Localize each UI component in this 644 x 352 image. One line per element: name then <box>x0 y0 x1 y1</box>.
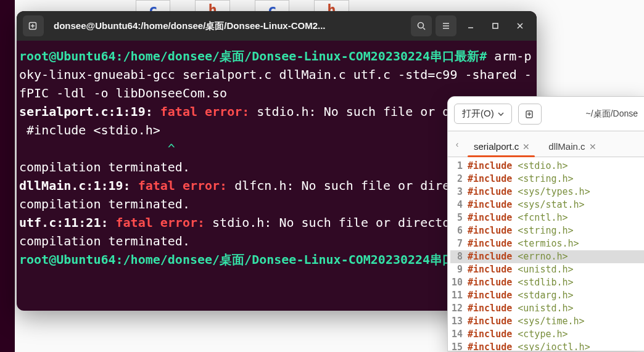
compilation-terminated: compilation terminated. <box>19 160 190 174</box>
prompt: root@Ubuntu64:/home/donsee/桌面/Donsee-Lin… <box>19 49 487 63</box>
minimize-button[interactable] <box>460 15 481 36</box>
include-keyword: #include <box>468 328 512 341</box>
tab-dllmain-c[interactable]: dllMain.c ✕ <box>539 136 605 157</box>
compilation-terminated: compilation terminated. <box>19 197 190 211</box>
editor-tabs: ‹ serialport.c ✕ dllMain.c ✕ <box>448 131 644 157</box>
line-number: 12 <box>450 302 468 315</box>
window-title: donsee@Ubuntu64:/home/donsee/桌面/Donsee-L… <box>49 20 401 32</box>
code-line[interactable]: 3#include <sys/types.h> <box>450 186 644 199</box>
code-line[interactable]: 5#include <fcntl.h> <box>450 211 644 224</box>
include-header: <string.h> <box>512 224 573 237</box>
close-icon[interactable]: ✕ <box>589 142 597 152</box>
include-header: <stdarg.h> <box>512 289 573 302</box>
dock-strip <box>0 0 15 352</box>
include-header: <sys/ioctl.h> <box>512 341 590 351</box>
include-header: <stdio.h> <box>512 160 568 173</box>
code-line[interactable]: 12#include <unistd.h> <box>450 302 644 315</box>
include-header: <ctype.h> <box>512 328 568 341</box>
code-line[interactable]: 1#include <stdio.h> <box>450 160 644 173</box>
error-location: dllMain.c:1:19: <box>19 178 131 193</box>
new-document-button[interactable] <box>518 104 542 125</box>
editor-window: 打开(O) ~/桌面/Donse ‹ serialport.c ✕ dllMai… <box>447 96 644 351</box>
line-number: 11 <box>450 289 468 302</box>
include-keyword: #include <box>468 224 512 237</box>
code-line[interactable]: 10#include <stdlib.h> <box>450 276 644 289</box>
error-caret: ^ <box>19 141 175 156</box>
include-keyword: #include <box>468 315 512 328</box>
error-location: serialport.c:1:19: <box>19 104 153 119</box>
new-tab-button[interactable] <box>23 15 44 36</box>
svg-rect-2 <box>493 23 498 28</box>
tab-serialport-c[interactable]: serialport.c ✕ <box>464 136 539 157</box>
include-header: <errno.h> <box>512 250 568 263</box>
line-number: 9 <box>450 263 468 276</box>
search-button[interactable] <box>411 15 432 36</box>
include-keyword: #include <box>468 341 512 351</box>
tab-label: serialport.c <box>474 141 519 152</box>
include-header: <stdlib.h> <box>512 276 573 289</box>
code-line[interactable]: 7#include <termios.h> <box>450 237 644 250</box>
include-header: <termios.h> <box>512 237 579 250</box>
maximize-button[interactable] <box>485 15 506 36</box>
include-keyword: #include <box>468 160 512 173</box>
file-path: ~/桌面/Donse <box>548 108 638 120</box>
close-button[interactable] <box>510 15 530 36</box>
include-keyword: #include <box>468 199 512 211</box>
code-line[interactable]: 4#include <sys/stat.h> <box>450 199 644 211</box>
include-keyword: #include <box>468 302 512 315</box>
line-number: 3 <box>450 186 468 199</box>
close-icon[interactable]: ✕ <box>522 142 530 152</box>
line-number: 15 <box>450 341 468 351</box>
editor-header: 打开(O) ~/桌面/Donse <box>448 97 644 131</box>
error-message: stdio.h: No such file or directory <box>212 215 464 230</box>
include-keyword: #include <box>468 211 512 224</box>
fatal-error-label: fatal error: <box>153 104 257 119</box>
include-header: <sys/types.h> <box>512 186 590 199</box>
include-keyword: #include <box>468 237 512 250</box>
include-keyword: #include <box>468 263 512 276</box>
include-header: <sys/stat.h> <box>512 199 584 211</box>
include-keyword: #include <box>468 289 512 302</box>
code-line[interactable]: 6#include <string.h> <box>450 224 644 237</box>
include-header: <sys/time.h> <box>512 315 584 328</box>
error-location: utf.c:11:21: <box>19 215 109 230</box>
include-header: <unistd.h> <box>512 302 573 315</box>
compilation-terminated: compilation terminated. <box>19 234 190 248</box>
code-line[interactable]: 8#include <errno.h> <box>450 250 644 263</box>
line-number: 4 <box>450 199 468 211</box>
include-keyword: #include <box>468 276 512 289</box>
include-keyword: #include <box>468 173 512 186</box>
code-line[interactable]: 14#include <ctype.h> <box>450 328 644 341</box>
chevron-down-icon <box>498 111 504 117</box>
tab-scroll-left[interactable]: ‹ <box>450 139 464 149</box>
line-number: 1 <box>450 160 468 173</box>
code-line[interactable]: 2#include <string.h> <box>450 173 644 186</box>
line-number: 8 <box>450 250 468 263</box>
line-number: 13 <box>450 315 468 328</box>
include-header: <string.h> <box>512 173 573 186</box>
svg-point-1 <box>418 23 424 28</box>
open-button-label: 打开(O) <box>462 108 494 120</box>
error-code-line: #include <stdio.h> <box>19 123 160 137</box>
include-keyword: #include <box>468 186 512 199</box>
line-number: 10 <box>450 276 468 289</box>
open-button[interactable]: 打开(O) <box>454 104 512 124</box>
tab-label: dllMain.c <box>548 141 585 152</box>
fatal-error-label: fatal error: <box>109 215 213 230</box>
code-line[interactable]: 15#include <sys/ioctl.h> <box>450 341 644 351</box>
include-header: <fcntl.h> <box>512 211 568 224</box>
fatal-error-label: fatal error: <box>131 178 235 193</box>
line-number: 14 <box>450 328 468 341</box>
code-line[interactable]: 11#include <stdarg.h> <box>450 289 644 302</box>
include-keyword: #include <box>468 250 512 263</box>
line-number: 7 <box>450 237 468 250</box>
menu-button[interactable] <box>436 15 456 36</box>
line-number: 2 <box>450 173 468 186</box>
line-number: 5 <box>450 211 468 224</box>
terminal-titlebar[interactable]: donsee@Ubuntu64:/home/donsee/桌面/Donsee-L… <box>17 11 537 41</box>
line-number: 6 <box>450 224 468 237</box>
editor-body[interactable]: 1#include <stdio.h>2#include <string.h>3… <box>448 157 644 351</box>
code-line[interactable]: 13#include <sys/time.h> <box>450 315 644 328</box>
code-line[interactable]: 9#include <unistd.h> <box>450 263 644 276</box>
prompt: root@Ubuntu64:/home/donsee/桌面/Donsee-Lin… <box>19 252 494 267</box>
